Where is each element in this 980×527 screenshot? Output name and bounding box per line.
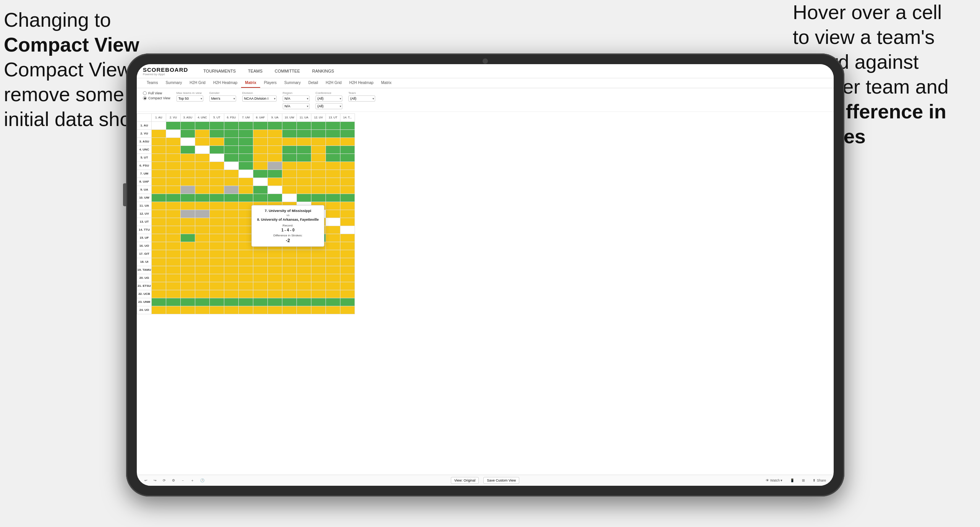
- matrix-cell-10-4[interactable]: [195, 194, 210, 202]
- matrix-cell-4-7[interactable]: [239, 146, 253, 154]
- matrix-cell-17-1[interactable]: [152, 250, 166, 258]
- matrix-cell-9-2[interactable]: [166, 186, 181, 194]
- nav-committee[interactable]: COMMITTEE: [273, 68, 301, 74]
- matrix-cell-6-4[interactable]: [195, 162, 210, 170]
- matrix-cell-15-5[interactable]: [210, 234, 224, 242]
- matrix-cell-8-1[interactable]: [152, 178, 166, 186]
- zoom-in-btn[interactable]: ＋: [189, 477, 196, 484]
- matrix-cell-11-1[interactable]: [152, 202, 166, 210]
- matrix-cell-18-5[interactable]: [210, 258, 224, 266]
- matrix-cell-14-6[interactable]: [224, 226, 239, 234]
- matrix-cell-23-7[interactable]: [239, 298, 253, 306]
- matrix-cell-11-7[interactable]: [239, 202, 253, 210]
- matrix-cell-14-5[interactable]: [210, 226, 224, 234]
- matrix-cell-20-5[interactable]: [210, 274, 224, 282]
- matrix-cell-23-9[interactable]: [268, 298, 282, 306]
- matrix-cell-1-12[interactable]: [311, 122, 326, 130]
- matrix-cell-1-6[interactable]: [224, 122, 239, 130]
- matrix-cell-1-1[interactable]: [152, 122, 166, 130]
- matrix-cell-5-4[interactable]: [195, 154, 210, 162]
- compact-view-radio[interactable]: Compact View: [143, 96, 170, 100]
- matrix-cell-19-10[interactable]: [282, 266, 297, 274]
- matrix-cell-24-8[interactable]: [253, 306, 268, 314]
- matrix-cell-8-14[interactable]: [340, 178, 355, 186]
- matrix-cell-4-5[interactable]: [210, 146, 224, 154]
- matrix-cell-12-14[interactable]: [340, 210, 355, 218]
- matrix-cell-4-4[interactable]: [195, 146, 210, 154]
- matrix-cell-9-1[interactable]: [152, 186, 166, 194]
- matrix-cell-20-4[interactable]: [195, 274, 210, 282]
- matrix-cell-17-12[interactable]: [311, 250, 326, 258]
- tab-h2h-grid-1[interactable]: H2H Grid: [186, 78, 209, 88]
- matrix-cell-23-8[interactable]: [253, 298, 268, 306]
- matrix-cell-21-10[interactable]: [282, 282, 297, 290]
- matrix-cell-18-7[interactable]: [239, 258, 253, 266]
- matrix-cell-17-2[interactable]: [166, 250, 181, 258]
- matrix-cell-9-13[interactable]: [326, 186, 340, 194]
- matrix-cell-5-6[interactable]: [224, 154, 239, 162]
- region-select-wrapper[interactable]: N/A: [283, 95, 309, 102]
- matrix-cell-1-10[interactable]: [282, 122, 297, 130]
- matrix-cell-7-3[interactable]: [181, 170, 195, 178]
- matrix-cell-12-7[interactable]: [239, 210, 253, 218]
- matrix-cell-3-12[interactable]: [311, 138, 326, 146]
- matrix-cell-24-11[interactable]: [297, 306, 311, 314]
- matrix-cell-14-7[interactable]: [239, 226, 253, 234]
- matrix-cell-9-14[interactable]: [340, 186, 355, 194]
- matrix-cell-17-9[interactable]: [268, 250, 282, 258]
- matrix-cell-11-13[interactable]: [326, 202, 340, 210]
- matrix-cell-13-5[interactable]: [210, 218, 224, 226]
- tab-matrix-active[interactable]: Matrix: [241, 78, 260, 88]
- gender-select-wrapper[interactable]: Men's: [209, 95, 236, 102]
- matrix-cell-19-5[interactable]: [210, 266, 224, 274]
- matrix-cell-22-6[interactable]: [224, 290, 239, 298]
- matrix-cell-21-14[interactable]: [340, 282, 355, 290]
- matrix-cell-11-6[interactable]: [224, 202, 239, 210]
- matrix-cell-2-12[interactable]: [311, 130, 326, 138]
- matrix-cell-6-1[interactable]: [152, 162, 166, 170]
- team-select-wrapper[interactable]: (All): [348, 95, 375, 102]
- matrix-cell-19-4[interactable]: [195, 266, 210, 274]
- matrix-cell-14-13[interactable]: [326, 226, 340, 234]
- matrix-cell-3-1[interactable]: [152, 138, 166, 146]
- matrix-cell-24-1[interactable]: [152, 306, 166, 314]
- matrix-cell-8-7[interactable]: [239, 178, 253, 186]
- matrix-cell-1-13[interactable]: [326, 122, 340, 130]
- matrix-cell-21-1[interactable]: [152, 282, 166, 290]
- tab-h2h-heatmap-2[interactable]: H2H Heatmap: [345, 78, 377, 88]
- matrix-cell-14-4[interactable]: [195, 226, 210, 234]
- matrix-cell-11-5[interactable]: [210, 202, 224, 210]
- share-btn[interactable]: ⬆ Share: [811, 478, 828, 483]
- conference-select2[interactable]: (All): [316, 103, 342, 109]
- matrix-cell-24-2[interactable]: [166, 306, 181, 314]
- matrix-cell-5-9[interactable]: [268, 154, 282, 162]
- matrix-cell-21-7[interactable]: [239, 282, 253, 290]
- tab-summary-1[interactable]: Summary: [162, 78, 186, 88]
- matrix-cell-17-14[interactable]: [340, 250, 355, 258]
- matrix-cell-15-6[interactable]: [224, 234, 239, 242]
- matrix-cell-8-9[interactable]: [268, 178, 282, 186]
- matrix-cell-1-3[interactable]: [181, 122, 195, 130]
- matrix-cell-23-14[interactable]: [340, 298, 355, 306]
- matrix-cell-18-9[interactable]: [268, 258, 282, 266]
- matrix-cell-8-10[interactable]: [282, 178, 297, 186]
- matrix-cell-2-8[interactable]: [253, 130, 268, 138]
- matrix-cell-21-12[interactable]: [311, 282, 326, 290]
- matrix-cell-11-2[interactable]: [166, 202, 181, 210]
- matrix-cell-2-13[interactable]: [326, 130, 340, 138]
- matrix-cell-8-2[interactable]: [166, 178, 181, 186]
- tab-teams[interactable]: Teams: [143, 78, 162, 88]
- matrix-cell-3-13[interactable]: [326, 138, 340, 146]
- matrix-cell-18-1[interactable]: [152, 258, 166, 266]
- matrix-cell-7-7[interactable]: [239, 170, 253, 178]
- matrix-cell-12-6[interactable]: [224, 210, 239, 218]
- matrix-cell-7-2[interactable]: [166, 170, 181, 178]
- matrix-cell-15-4[interactable]: [195, 234, 210, 242]
- matrix-cell-2-10[interactable]: [282, 130, 297, 138]
- matrix-cell-9-12[interactable]: [311, 186, 326, 194]
- matrix-cell-20-14[interactable]: [340, 274, 355, 282]
- matrix-cell-8-3[interactable]: [181, 178, 195, 186]
- matrix-cell-8-13[interactable]: [326, 178, 340, 186]
- matrix-cell-15-14[interactable]: [340, 234, 355, 242]
- matrix-cell-22-3[interactable]: [181, 290, 195, 298]
